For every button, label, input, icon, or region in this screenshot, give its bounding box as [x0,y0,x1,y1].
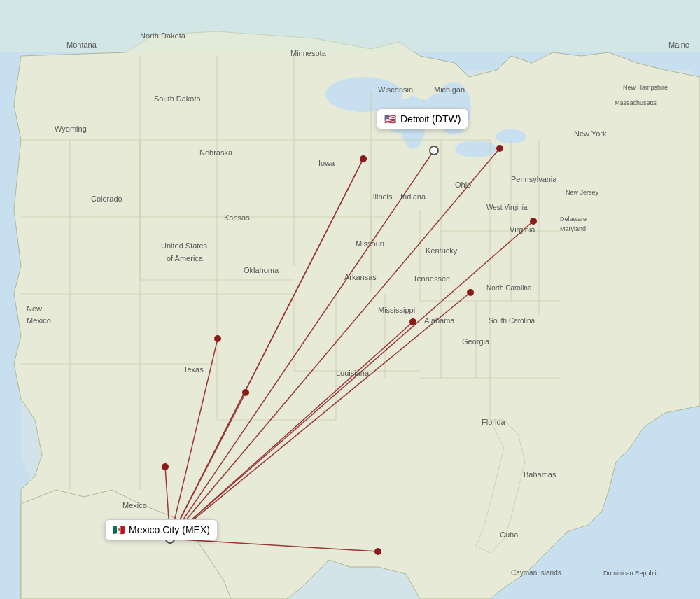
svg-point-55 [214,335,221,342]
svg-text:Maine: Maine [668,41,690,49]
svg-text:Maryland: Maryland [560,225,586,232]
svg-text:Indiana: Indiana [400,192,426,201]
svg-text:Cuba: Cuba [500,530,519,539]
svg-text:North Carolina: North Carolina [486,284,532,292]
svg-text:Pennsylvania: Pennsylvania [511,175,557,183]
svg-point-51 [496,145,503,152]
svg-text:Michigan: Michigan [434,85,465,94]
detroit-airport-label: 🇺🇸 Detroit (DTW) [377,108,468,129]
map-container: Montana North Dakota Minnesota Wisconsin… [0,0,700,599]
svg-text:Missouri: Missouri [356,239,384,248]
svg-text:New: New [27,304,42,313]
svg-point-54 [410,318,416,325]
svg-text:Mexico: Mexico [27,316,51,325]
svg-text:Wisconsin: Wisconsin [378,85,413,94]
svg-point-53 [467,289,474,296]
svg-text:New Jersey: New Jersey [566,189,599,196]
svg-text:Iowa: Iowa [318,159,335,167]
map-svg: Montana North Dakota Minnesota Wisconsin… [0,0,700,599]
svg-text:South Carolina: South Carolina [489,317,536,325]
detroit-flag-icon: 🇺🇸 [384,113,396,125]
svg-point-56 [242,389,249,396]
svg-rect-9 [0,0,700,52]
svg-text:Dominican Republic: Dominican Republic [603,570,660,577]
mexico-city-airport-label: 🇲🇽 Mexico City (MEX) [105,519,218,540]
svg-text:of America: of America [167,254,204,262]
svg-text:Texas: Texas [183,365,204,374]
mexico-city-airport-text: Mexico City (MEX) [129,524,210,535]
svg-text:Tennessee: Tennessee [413,274,450,283]
svg-point-58 [374,548,382,555]
svg-text:Massachusetts: Massachusetts [615,99,657,106]
svg-point-52 [530,218,537,225]
svg-text:Ohio: Ohio [455,181,471,189]
svg-text:Mexico: Mexico [122,501,147,509]
svg-text:Oklahoma: Oklahoma [244,266,279,274]
svg-point-57 [162,463,169,470]
svg-text:Montana: Montana [66,41,97,49]
svg-text:Kansas: Kansas [224,213,250,222]
svg-point-4 [326,77,402,112]
svg-point-50 [360,155,367,162]
svg-text:Kentucky: Kentucky [426,246,458,255]
svg-text:Nebraska: Nebraska [200,148,233,157]
detroit-airport-text: Detroit (DTW) [400,113,461,125]
svg-text:Bahamas: Bahamas [524,470,556,479]
svg-text:Wyoming: Wyoming [55,125,87,133]
svg-text:Minnesota: Minnesota [290,49,327,57]
svg-text:Cayman Islands: Cayman Islands [511,569,561,577]
svg-text:South Dakota: South Dakota [154,94,202,103]
svg-text:Alabama: Alabama [424,316,455,325]
svg-text:United States: United States [161,241,208,250]
svg-text:Illinois: Illinois [371,192,393,201]
svg-text:New Hampshire: New Hampshire [623,84,668,91]
svg-text:Virginia: Virginia [510,225,536,234]
svg-text:Mississippi: Mississippi [378,306,415,314]
mexico-city-flag-icon: 🇲🇽 [113,524,125,535]
svg-text:West Virginia: West Virginia [486,204,528,211]
svg-text:Arkansas: Arkansas [344,273,377,281]
svg-text:Florida: Florida [482,418,506,426]
svg-text:Georgia: Georgia [462,337,490,346]
svg-point-59 [430,146,438,155]
svg-point-7 [455,141,497,157]
svg-text:New York: New York [574,129,607,138]
svg-text:North Dakota: North Dakota [140,31,186,40]
svg-text:Louisiana: Louisiana [336,369,370,377]
svg-text:Delaware: Delaware [560,216,587,223]
svg-text:Colorado: Colorado [91,195,122,203]
